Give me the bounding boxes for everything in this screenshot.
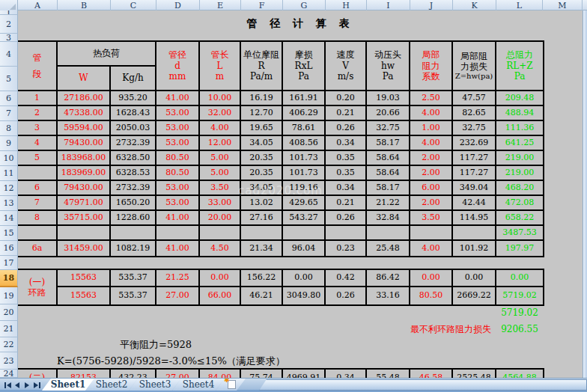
cell-L19[interactable]: 5719.02: [496, 287, 543, 304]
cell-E19[interactable]: 66.00: [200, 287, 241, 304]
row-header-14[interactable]: 14: [0, 211, 18, 226]
cell-L13[interactable]: 472.08: [496, 196, 543, 211]
cell-B8[interactable]: 59594.00: [58, 121, 111, 136]
cell-D8[interactable]: 53.00: [156, 121, 200, 136]
cell-H13[interactable]: 0.21: [326, 196, 367, 211]
cell-D6[interactable]: 41.00: [156, 91, 200, 106]
col-header-M[interactable]: M: [543, 0, 583, 10]
row-header-8[interactable]: 8: [0, 121, 18, 136]
row-header-23[interactable]: 23: [0, 352, 18, 370]
header-pipe-segment[interactable]: 管段: [18, 42, 58, 91]
cell-G7[interactable]: 406.29: [283, 106, 326, 121]
cell-D11[interactable]: 80.50: [156, 166, 200, 181]
cell-G18[interactable]: 0.00: [283, 270, 326, 287]
k-formula-note[interactable]: K=(5756-5928)/5928=-3.0%≤15%（满足要求）: [57, 352, 285, 370]
cell-I19[interactable]: 33.16: [367, 287, 410, 304]
cell-A6[interactable]: 1: [18, 91, 58, 106]
cell-A12[interactable]: 6: [18, 181, 58, 196]
cell-D19[interactable]: 27.00: [156, 287, 200, 304]
cell-K18[interactable]: 0.00: [453, 270, 496, 287]
cell-L15[interactable]: 3487.53: [496, 226, 543, 241]
cell-K14[interactable]: 114.95: [453, 211, 496, 226]
cell-K6[interactable]: 47.57: [453, 91, 496, 106]
row-header-16[interactable]: 16: [0, 241, 18, 256]
cell-F9[interactable]: 34.05: [241, 136, 283, 151]
cell-E13[interactable]: 33.00: [200, 196, 241, 211]
cell-A11[interactable]: [18, 166, 58, 181]
cell-B9[interactable]: 79430.00: [58, 136, 111, 151]
cell-A18-loop-label[interactable]: (一)环路: [18, 270, 58, 304]
cell-K12[interactable]: 349.04: [453, 181, 496, 196]
cell-H11[interactable]: 0.35: [326, 166, 367, 181]
cell-E16[interactable]: 4.50: [200, 241, 241, 256]
header-col-H[interactable]: 速度Vm/s: [326, 42, 367, 91]
cell-B16[interactable]: 31459.00: [58, 241, 111, 256]
cell-E18[interactable]: 0.00: [200, 270, 241, 287]
cell-H9[interactable]: 0.34: [326, 136, 367, 151]
cell-D15[interactable]: [156, 226, 200, 241]
cell-A9[interactable]: 4: [18, 136, 58, 151]
vertical-scrollbar[interactable]: [583, 10, 587, 378]
col-header-L[interactable]: L: [496, 0, 543, 10]
row-header-18[interactable]: 18: [0, 270, 18, 287]
cell-F8[interactable]: 19.65: [241, 121, 283, 136]
cell-D9[interactable]: 53.00: [156, 136, 200, 151]
balance-resistance-note[interactable]: 平衡阻力=5928: [120, 337, 192, 352]
cell-B10[interactable]: 183968.00: [58, 151, 111, 166]
cell-J12[interactable]: 6.00: [410, 181, 453, 196]
cell-B19[interactable]: 15563: [58, 287, 111, 304]
cell-C15[interactable]: [111, 226, 156, 241]
cell-B18[interactable]: 15563: [58, 270, 111, 287]
col-header-D[interactable]: D: [156, 0, 200, 10]
cell-C16[interactable]: 1082.19: [111, 241, 156, 256]
row-header-19[interactable]: 19: [0, 287, 18, 304]
cell-C9[interactable]: 2732.39: [111, 136, 156, 151]
cell-C18[interactable]: 535.37: [111, 270, 156, 287]
cell-C8[interactable]: 2050.03: [111, 121, 156, 136]
cell-B7[interactable]: 47338.00: [58, 106, 111, 121]
cell-A7[interactable]: 2: [18, 106, 58, 121]
cell-G16[interactable]: 96.04: [283, 241, 326, 256]
row-header-5[interactable]: 5: [0, 67, 18, 91]
cell-K7[interactable]: 82.65: [453, 106, 496, 121]
cell-J10[interactable]: 2.00: [410, 151, 453, 166]
cell-L20-total[interactable]: 5719.02: [496, 304, 543, 321]
cell-B14[interactable]: 35715.00: [58, 211, 111, 226]
col-header-A[interactable]: A: [18, 0, 58, 10]
col-header-J[interactable]: J: [410, 0, 453, 10]
cell-F15[interactable]: [241, 226, 283, 241]
cell-E6[interactable]: 10.00: [200, 91, 241, 106]
col-header-B[interactable]: B: [58, 0, 111, 10]
cell-C14[interactable]: 1228.60: [111, 211, 156, 226]
cell-A8[interactable]: 3: [18, 121, 58, 136]
cell-D14[interactable]: 41.00: [156, 211, 200, 226]
cell-J9[interactable]: 4.00: [410, 136, 453, 151]
row-header-4[interactable]: 4: [0, 42, 18, 67]
row-header-7[interactable]: 7: [0, 106, 18, 121]
cell-C11[interactable]: 6328.53: [111, 166, 156, 181]
header-heat-load-kgh[interactable]: Kg/h: [111, 67, 156, 91]
header-heat-load-w[interactable]: W: [58, 67, 111, 91]
cell-H18[interactable]: 0.42: [326, 270, 367, 287]
cell-L8[interactable]: 111.36: [496, 121, 543, 136]
cell-K16[interactable]: 101.92: [453, 241, 496, 256]
cell-G11[interactable]: 101.73: [283, 166, 326, 181]
cell-I10[interactable]: 58.64: [367, 151, 410, 166]
cell-G14[interactable]: 543.27: [283, 211, 326, 226]
cell-E10[interactable]: 5.00: [200, 151, 241, 166]
row-header-13[interactable]: 13: [0, 196, 18, 211]
row-header-24[interactable]: 24: [0, 370, 18, 378]
cell-I12[interactable]: 58.17: [367, 181, 410, 196]
cell-L11[interactable]: 219.00: [496, 166, 543, 181]
col-header-F[interactable]: F: [241, 0, 283, 10]
cell-K15[interactable]: [453, 226, 496, 241]
cell-H16[interactable]: 0.23: [326, 241, 367, 256]
cell-F19[interactable]: 46.21: [241, 287, 283, 304]
cell-L14[interactable]: 658.22: [496, 211, 543, 226]
cell-I15[interactable]: [367, 226, 410, 241]
cell-B15[interactable]: [58, 226, 111, 241]
cell-F6[interactable]: 16.19: [241, 91, 283, 106]
cell-G8[interactable]: 78.61: [283, 121, 326, 136]
col-header-K[interactable]: K: [453, 0, 496, 10]
tab-nav-prev-button[interactable]: [13, 380, 22, 390]
